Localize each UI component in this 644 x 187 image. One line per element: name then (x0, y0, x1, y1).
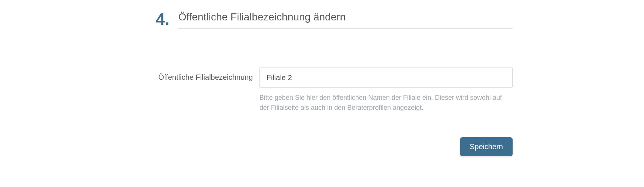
form-label-branch-name: Öffentliche Filialbezeichnung (156, 68, 259, 83)
form-help-text: Bitte geben Sie hier den öffentlichen Na… (259, 93, 513, 113)
form-control-wrap: Bitte geben Sie hier den öffentlichen Na… (259, 68, 513, 113)
section-header: 4. Öffentliche Filialbezeichnung ändern (156, 11, 513, 29)
save-button[interactable]: Speichern (460, 137, 513, 156)
form-row-branch-name: Öffentliche Filialbezeichnung Bitte gebe… (156, 68, 513, 113)
section-number: 4. (156, 11, 170, 27)
branch-name-input[interactable] (259, 68, 513, 88)
button-row: Speichern (156, 137, 513, 156)
section-title-wrap: Öffentliche Filialbezeichnung ändern (178, 11, 513, 29)
section-title: Öffentliche Filialbezeichnung ändern (178, 11, 513, 29)
